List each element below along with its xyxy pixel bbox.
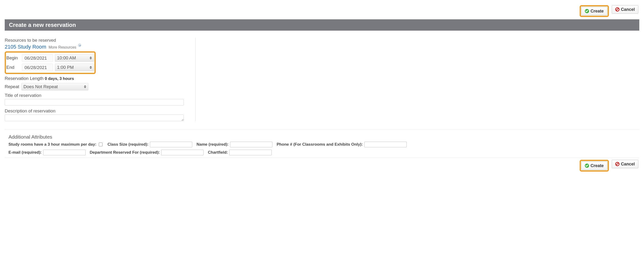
top-button-bar: Create Cancel xyxy=(5,5,639,18)
phone-label: Phone # (For Classrooms and Exhibits Onl… xyxy=(277,142,363,147)
chartfield-input[interactable] xyxy=(229,150,272,155)
attributes-row-2: E-mail (required): Department Reserved F… xyxy=(8,150,636,155)
resource-link[interactable]: 2105 Study Room xyxy=(5,44,46,50)
attributes-row-1: Study rooms have a 3 hour maximum per da… xyxy=(8,142,636,147)
bottom-button-bar: Create Cancel xyxy=(5,158,639,172)
dept-label: Department Reserved For (required): xyxy=(90,150,160,155)
study-max-label: Study rooms have a 3 hour maximum per da… xyxy=(8,142,96,147)
cancel-button[interactable]: Cancel xyxy=(612,5,638,14)
create-highlight-bottom: Create xyxy=(580,160,609,172)
reservation-length-label: Reservation Length xyxy=(5,76,44,81)
cancel-button-label: Cancel xyxy=(621,7,635,12)
class-size-label: Class Size (required): xyxy=(108,142,148,147)
resources-label: Resources to be reserved xyxy=(5,38,190,43)
end-time-value: 1:00 PM xyxy=(57,65,74,70)
title-label: Title of reservation xyxy=(5,93,190,98)
end-label: End xyxy=(6,65,22,70)
repeat-row: Repeat Does Not Repeat xyxy=(5,83,190,90)
name-label: Name (required): xyxy=(196,142,228,147)
end-date-input[interactable]: 06/28/2021 xyxy=(22,64,53,71)
right-column xyxy=(196,38,639,121)
add-resource-icon[interactable] xyxy=(78,44,81,47)
begin-row: Begin 06/28/2021 10:00 AM xyxy=(6,54,94,62)
begin-date-input[interactable]: 06/28/2021 xyxy=(22,54,53,62)
create-highlight-top: Create xyxy=(580,5,609,17)
additional-attributes: Additional Attributes Study rooms have a… xyxy=(5,134,639,155)
begin-time-value: 10:00 AM xyxy=(57,56,76,60)
create-button[interactable]: Create xyxy=(581,7,607,15)
description-label: Description of reservation xyxy=(5,108,190,114)
name-input[interactable] xyxy=(230,142,272,147)
datetime-highlight: Begin 06/28/2021 10:00 AM End 06/28/2021… xyxy=(5,52,96,74)
page-title-bar: Create a new reservation xyxy=(5,19,639,31)
attributes-heading: Additional Attributes xyxy=(8,134,636,140)
reservation-length-row: Reservation Length 0 days, 3 hours xyxy=(5,76,190,81)
begin-time-select[interactable]: 10:00 AM xyxy=(55,54,94,62)
stepper-icon xyxy=(90,56,92,60)
stepper-icon xyxy=(84,85,86,88)
cancel-button[interactable]: Cancel xyxy=(612,160,638,168)
email-label: E-mail (required): xyxy=(8,150,42,155)
description-textarea[interactable] xyxy=(5,114,184,121)
begin-label: Begin xyxy=(6,56,22,60)
study-max-checkbox[interactable] xyxy=(99,142,102,146)
class-size-input[interactable] xyxy=(150,142,192,147)
email-input[interactable] xyxy=(43,150,86,155)
cancel-button-label: Cancel xyxy=(621,162,635,166)
page-title: Create a new reservation xyxy=(9,22,76,28)
reservation-form-column: Resources to be reserved 2105 Study Room… xyxy=(5,38,196,121)
phone-input[interactable] xyxy=(364,142,407,147)
checkmark-icon xyxy=(585,9,589,13)
cancel-icon xyxy=(615,162,620,166)
repeat-select[interactable]: Does Not Repeat xyxy=(22,83,88,90)
cancel-icon xyxy=(615,7,620,12)
title-input[interactable] xyxy=(5,99,184,106)
dept-input[interactable] xyxy=(161,150,204,155)
end-time-select[interactable]: 1:00 PM xyxy=(55,64,94,71)
create-button[interactable]: Create xyxy=(581,162,607,170)
repeat-label: Repeat xyxy=(5,84,19,89)
resource-line: 2105 Study Room More Resources xyxy=(5,44,190,50)
create-button-label: Create xyxy=(590,163,604,168)
stepper-icon xyxy=(90,66,92,69)
reservation-length-value: 0 days, 3 hours xyxy=(45,76,74,81)
divider xyxy=(5,130,639,130)
end-row: End 06/28/2021 1:00 PM xyxy=(6,63,94,72)
create-button-label: Create xyxy=(590,9,604,14)
chartfield-label: Chartfield: xyxy=(208,150,228,155)
repeat-value: Does Not Repeat xyxy=(24,84,58,89)
checkmark-icon xyxy=(585,164,589,168)
more-resources-link[interactable]: More Resources xyxy=(48,45,76,49)
